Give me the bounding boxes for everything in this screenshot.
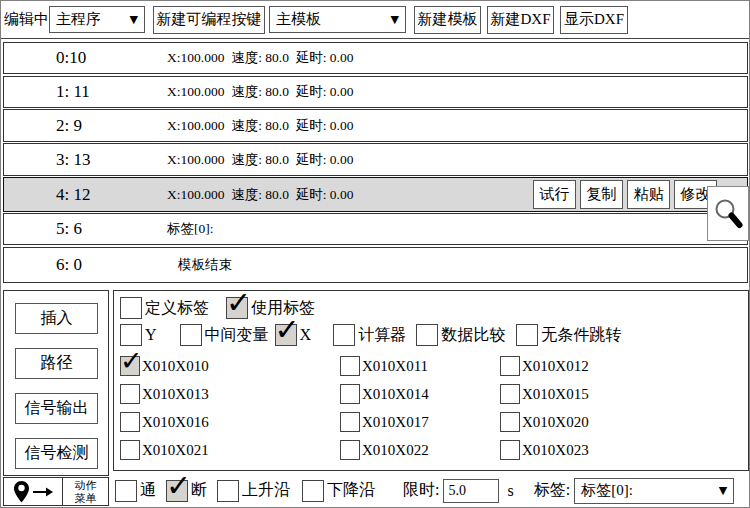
step-detail: X:100.000 速度: 80.0 延时: 0.00 [167, 186, 353, 204]
checkbox[interactable] [217, 480, 239, 502]
label-select-value: 标签[0]: [581, 481, 633, 500]
checkbox[interactable] [226, 297, 248, 319]
data-compare-option[interactable]: 数据比较 [416, 324, 505, 346]
checkbox[interactable] [120, 412, 140, 432]
step-index: 4: 12 [56, 185, 90, 205]
y-option[interactable]: Y [120, 324, 157, 346]
program-select-value: 主程序 [56, 10, 101, 29]
signal-option[interactable]: X010X017 [340, 411, 500, 433]
action-menu-line2: 菜单 [63, 492, 108, 505]
checkbox[interactable] [120, 356, 140, 376]
signal-label: X010X023 [522, 442, 589, 459]
signal-option[interactable]: X010X016 [120, 411, 340, 433]
checkbox[interactable] [340, 384, 360, 404]
signal-output-button[interactable]: 信号输出 [15, 393, 98, 424]
chevron-down-icon: ▼ [719, 484, 727, 497]
checkbox[interactable] [416, 324, 438, 346]
unconditional-jump-option[interactable]: 无条件跳转 [516, 324, 621, 346]
signal-label: X010X016 [142, 414, 209, 431]
calculator-option[interactable]: 计算器 [333, 324, 406, 346]
checkbox[interactable] [120, 297, 142, 319]
step-index: 0:10 [56, 48, 86, 68]
new-template-button[interactable]: 新建模板 [414, 6, 481, 34]
step-row-5[interactable]: 5: 6 标签[0]: [3, 213, 748, 245]
signal-option[interactable]: X010X021 [120, 439, 340, 461]
step-row-1[interactable]: 1: 11 X:100.000 速度: 80.0 延时: 0.00 [3, 76, 748, 108]
checkbox[interactable] [340, 412, 360, 432]
step-row-3[interactable]: 3: 13 X:100.000 速度: 80.0 延时: 0.00 [3, 143, 748, 176]
checkbox[interactable] [275, 324, 297, 346]
falling-edge-option[interactable]: 下降沿 [302, 480, 375, 502]
try-run-button[interactable]: 试行 [533, 180, 576, 209]
checkbox-label: Y [145, 326, 157, 344]
signal-label: X010X012 [522, 358, 589, 375]
action-menu-label: 动作 菜单 [62, 478, 108, 505]
copy-button[interactable]: 复制 [580, 180, 623, 209]
checkbox[interactable] [333, 324, 355, 346]
step-index: 3: 13 [56, 150, 90, 170]
action-menu-button[interactable]: 动作 菜单 [3, 477, 109, 506]
action-menu-line1: 动作 [63, 479, 108, 492]
options-panel: 定义标签 使用标签 Y 中间变量 X 计算器 [113, 290, 749, 471]
on-option[interactable]: 通 [115, 480, 156, 502]
signal-option[interactable]: X010X015 [500, 383, 589, 405]
signal-detect-button[interactable]: 信号检测 [15, 438, 98, 469]
checkbox[interactable] [500, 356, 520, 376]
checkbox-label: 定义标签 [145, 298, 209, 319]
label-select[interactable]: 标签[0]: ▼ [574, 478, 734, 504]
checkbox[interactable] [180, 324, 202, 346]
signal-option[interactable]: X010X023 [500, 439, 589, 461]
checkbox[interactable] [500, 384, 520, 404]
step-detail: 模板结束 [178, 256, 232, 274]
zoom-tool-panel[interactable] [707, 186, 749, 241]
use-label-option[interactable]: 使用标签 [226, 297, 315, 319]
step-row-0[interactable]: 0:10 X:100.000 速度: 80.0 延时: 0.00 [3, 42, 748, 74]
new-dxf-button[interactable]: 新建DXF [487, 6, 554, 34]
action-menu-icons [4, 478, 62, 505]
signal-option[interactable]: X010X014 [340, 383, 500, 405]
signal-option[interactable]: X010X020 [500, 411, 589, 433]
step-index: 2: 9 [56, 116, 82, 136]
location-pin-icon [13, 480, 30, 504]
checkbox[interactable] [500, 412, 520, 432]
checkbox[interactable] [516, 324, 538, 346]
program-select[interactable]: 主程序 ▼ [49, 6, 145, 33]
x-option[interactable]: X [275, 324, 312, 346]
step-row-4-selected[interactable]: 4: 12 X:100.000 速度: 80.0 延时: 0.00 试行 复制 … [3, 177, 748, 212]
checkbox[interactable] [340, 440, 360, 460]
checkbox[interactable] [120, 440, 140, 460]
step-row-6[interactable]: 6: 0 模板结束 [3, 247, 748, 283]
signal-label: X010X013 [142, 386, 209, 403]
checkbox[interactable] [500, 440, 520, 460]
checkbox[interactable] [120, 384, 140, 404]
signal-option[interactable]: X010X012 [500, 355, 589, 377]
checkbox[interactable] [302, 480, 324, 502]
checkbox[interactable] [115, 480, 137, 502]
new-programmable-key-button[interactable]: 新建可编程按键 [153, 6, 265, 34]
signal-option[interactable]: X010X010 [120, 355, 340, 377]
intermediate-variable-option[interactable]: 中间变量 [180, 324, 269, 346]
step-row-2[interactable]: 2: 9 X:100.000 速度: 80.0 延时: 0.00 [3, 109, 748, 142]
path-button[interactable]: 路径 [15, 348, 98, 379]
signal-option[interactable]: X010X013 [120, 383, 340, 405]
checkbox[interactable] [120, 324, 142, 346]
signal-option[interactable]: X010X011 [340, 355, 500, 377]
rising-edge-option[interactable]: 上升沿 [217, 480, 290, 502]
step-index: 5: 6 [56, 219, 82, 239]
off-option[interactable]: 断 [166, 480, 207, 502]
show-dxf-button[interactable]: 显示DXF [560, 6, 628, 34]
checkbox-label: 断 [191, 480, 207, 501]
programmable-key-editor-window: 编辑中 主程序 ▼ 新建可编程按键 主模板 ▼ 新建模板 新建DXF 显示DXF… [0, 0, 750, 508]
checkbox[interactable] [340, 356, 360, 376]
template-select[interactable]: 主模板 ▼ [269, 6, 406, 33]
signal-option[interactable]: X010X022 [340, 439, 500, 461]
signal-label: X010X015 [522, 386, 589, 403]
paste-button[interactable]: 粘贴 [627, 180, 670, 209]
define-label-option[interactable]: 定义标签 [120, 297, 209, 319]
checkbox[interactable] [166, 480, 188, 502]
step-detail: X:100.000 速度: 80.0 延时: 0.00 [167, 151, 353, 169]
left-menu-panel: 插入 路径 信号输出 信号检测 [3, 290, 109, 476]
time-limit-input[interactable] [443, 479, 499, 503]
insert-button[interactable]: 插入 [15, 303, 98, 334]
chevron-down-icon: ▼ [391, 13, 399, 26]
